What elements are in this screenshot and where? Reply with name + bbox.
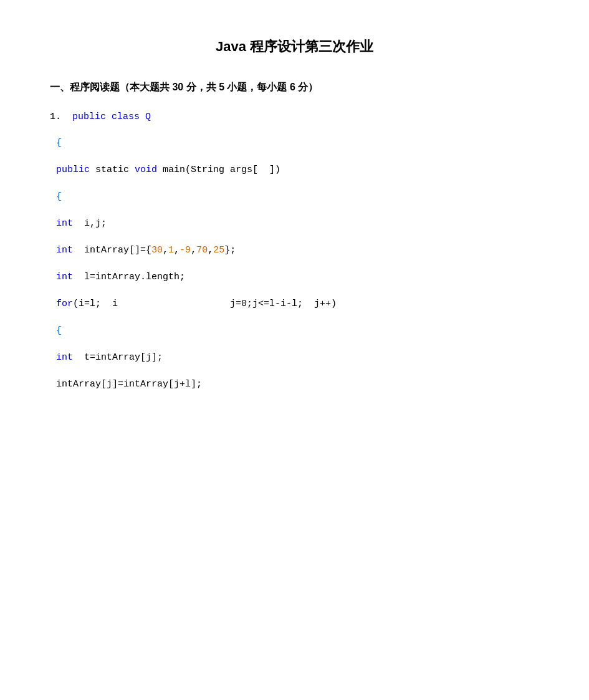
- code-line-brace2: {: [56, 188, 539, 205]
- section-header: 一、程序阅读题（本大题共 30 分，共 5 小题，每小题 6 分）: [50, 81, 539, 94]
- question-1: 1. public class Q { public static void m…: [50, 112, 539, 393]
- code-line-int-array: int intArray[]={30,1,-9,70,25};: [56, 242, 539, 259]
- code-line-int-t: int t=intArray[j];: [56, 349, 539, 366]
- question-number-1: 1. public class Q: [50, 112, 539, 122]
- code-line-for: for(i=l; i j=0;j<=l-i-l; j++): [56, 295, 539, 312]
- code-line-int-ij: int i,j;: [56, 215, 539, 232]
- page-title: Java 程序设计第三次作业: [50, 37, 539, 56]
- code-line-brace3: {: [56, 322, 539, 339]
- code-block-1: { public static void main(String args[ ]…: [56, 135, 539, 393]
- code-line-brace1: {: [56, 135, 539, 151]
- code-line-int-l: int l=intArray.length;: [56, 269, 539, 285]
- code-line-assign: intArray[j]=intArray[j+l];: [56, 376, 539, 393]
- q1-header-code: public class Q: [72, 112, 151, 122]
- code-line-main: public static void main(String args[ ]): [56, 161, 539, 178]
